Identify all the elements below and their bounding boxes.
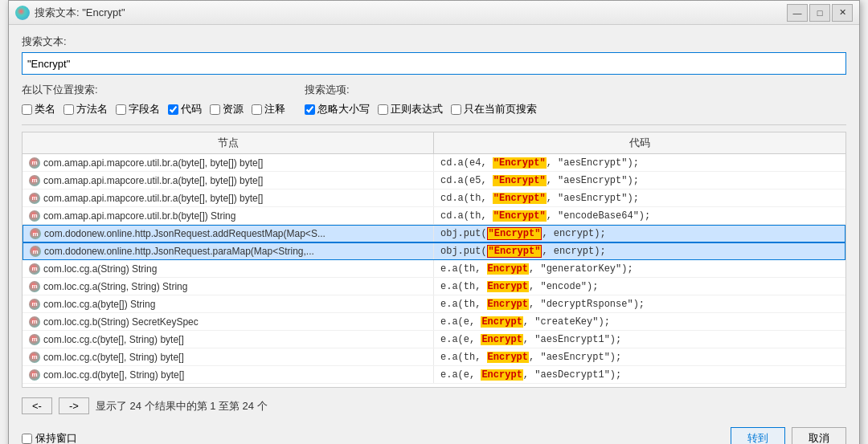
highlight-text: "Encrypt" [493,175,547,186]
highlight-text: Encrypt [487,352,529,363]
code-cell: cd.a(e5, "Encrypt", "aesEncrypt"); [434,172,845,189]
checkbox-comment[interactable]: 注释 [252,102,285,116]
node-icon: m [29,157,40,169]
checkbox-regex-input[interactable] [378,104,388,115]
node-icon: m [30,228,41,239]
table-row[interactable]: m com.loc.cg.b(String) SecretKeySpec e.a… [23,313,845,331]
navigation-row: <- -> 显示了 24 个结果中的第 1 至第 24 个 [22,394,846,418]
node-icon: m [30,246,41,257]
search-in-label: 在以下位置搜索: [22,83,285,97]
node-cell: m com.amap.api.mapcore.util.br.a(byte[],… [23,172,434,189]
goto-button[interactable]: 转到 [731,427,785,444]
highlight-text: Encrypt [481,316,522,328]
node-icon: m [29,263,40,275]
code-cell: e.a(th, Encrypt, "aesEncrypt"); [434,348,845,365]
code-cell: cd.a(th, "Encrypt", "aesEncrypt"); [434,189,845,206]
node-icon: m [29,193,40,204]
window-title: 搜索文本: "Encrypt" [35,6,787,20]
keep-window-checkbox[interactable]: 保持窗口 [22,431,77,444]
node-cell: m com.loc.cg.c(byte[], String) byte[] [23,331,434,348]
search-in-checkboxes: 类名 方法名 字段名 代码 [22,102,285,116]
col-code-header: 代码 [434,132,845,153]
checkbox-code-label: 代码 [181,102,202,116]
minimize-button[interactable]: — [787,4,808,22]
checkbox-ignore-case-input[interactable] [305,104,315,115]
table-row[interactable]: m com.loc.cg.a(String) String e.a(th, En… [23,260,845,278]
node-cell: m com.amap.api.mapcore.util.br.a(byte[],… [23,189,434,206]
node-icon: m [29,281,40,292]
search-input[interactable] [22,52,846,75]
search-options-checkboxes: 忽略大小写 正则表达式 只在当前页搜索 [305,102,537,116]
checkbox-code-input[interactable] [168,104,178,115]
table-row[interactable]: m com.loc.cg.c(byte[], String) byte[] e.… [23,348,845,366]
node-icon: m [29,369,40,381]
maximize-button[interactable]: □ [809,4,830,22]
highlight-text: "Encrypt" [493,157,547,169]
prev-button[interactable]: <- [22,397,52,414]
checkbox-classname-input[interactable] [22,104,32,115]
checkbox-regex[interactable]: 正则表达式 [378,102,443,116]
checkbox-comment-input[interactable] [252,104,262,115]
node-icon: m [29,210,40,222]
table-row[interactable]: m com.amap.api.mapcore.util.br.a(byte[],… [23,189,845,207]
node-icon: m [29,316,40,328]
checkbox-methodname-input[interactable] [63,104,74,115]
code-cell: e.a(th, Encrypt, "encode"); [434,278,845,295]
highlight-text: Encrypt [487,299,529,310]
checkbox-fieldname-input[interactable] [116,104,126,115]
node-cell: m com.loc.cg.a(byte[]) String [23,295,434,312]
node-icon: m [29,352,40,363]
checkbox-resource[interactable]: 资源 [210,102,244,116]
checkbox-code[interactable]: 代码 [168,102,202,116]
close-button[interactable]: ✕ [832,4,853,22]
col-node-header: 节点 [23,132,434,153]
checkbox-resource-label: 资源 [223,102,244,116]
node-icon: m [29,334,40,345]
table-row[interactable]: m com.loc.cg.c(byte[], String) byte[] e.… [23,331,845,348]
keep-window-label: 保持窗口 [35,431,77,444]
highlight-text: Encrypt [487,281,529,292]
table-row[interactable]: m com.amap.api.mapcore.util.br.a(byte[],… [23,172,845,189]
search-window: 搜索文本: "Encrypt" — □ ✕ 搜索文本: 在以下位置搜索: 类名 [8,0,860,444]
code-cell: e.a(e, Encrypt, "createKey"); [434,313,845,330]
node-icon: m [29,299,40,310]
checkbox-current-page-input[interactable] [451,104,461,115]
table-row[interactable]: m com.dodonew.online.http.JsonRequest.pa… [23,242,845,260]
keep-window-input[interactable] [22,434,32,444]
code-cell: e.a(th, Encrypt, "generatorKey"); [434,260,845,277]
table-row[interactable]: m com.loc.cg.a(String, String) String e.… [23,278,845,295]
code-cell: e.a(th, Encrypt, "decryptRsponse"); [434,295,845,312]
node-cell: m com.amap.api.mapcore.util.br.b(byte[])… [23,207,434,224]
divider [22,124,846,125]
checkbox-classname[interactable]: 类名 [22,102,55,116]
cancel-button[interactable]: 取消 [792,427,846,444]
table-row[interactable]: m com.amap.api.mapcore.util.br.b(byte[])… [23,207,845,225]
results-container: 节点 代码 m com.amap.api.mapcore.util.br.a(b… [22,132,846,388]
checkbox-fieldname[interactable]: 字段名 [116,102,160,116]
table-row[interactable]: m com.dodonew.online.http.JsonRequest.ad… [23,225,845,242]
highlight-text: "Encrypt" [487,227,542,240]
code-cell: e.a(e, Encrypt, "aesDecrypt1"); [434,366,845,383]
search-options-group: 搜索选项: 忽略大小写 正则表达式 只在当前页搜索 [305,83,537,116]
table-row[interactable]: m com.loc.cg.d(byte[], String) byte[] e.… [23,366,845,384]
checkbox-ignore-case[interactable]: 忽略大小写 [305,102,370,116]
checkbox-methodname[interactable]: 方法名 [63,102,108,116]
node-cell: m com.loc.cg.c(byte[], String) byte[] [23,348,434,365]
highlight-text: "Encrypt" [493,193,547,204]
results-body[interactable]: m com.amap.api.mapcore.util.br.a(byte[],… [23,154,845,387]
app-icon [15,6,30,20]
next-button[interactable]: -> [59,397,89,414]
table-row[interactable]: m com.loc.cg.a(byte[]) String e.a(th, En… [23,295,845,313]
highlight-text: "Encrypt" [487,245,542,258]
table-row[interactable]: m com.amap.api.mapcore.util.br.a(byte[],… [23,154,845,172]
checkbox-classname-label: 类名 [35,102,55,116]
search-in-group: 在以下位置搜索: 类名 方法名 字段名 [22,83,285,116]
checkbox-fieldname-label: 字段名 [129,102,160,116]
checkbox-resource-input[interactable] [210,104,220,115]
node-icon: m [29,175,40,186]
checkbox-current-page[interactable]: 只在当前页搜索 [451,102,537,116]
node-cell: m com.loc.cg.d(byte[], String) byte[] [23,366,434,383]
checkbox-regex-label: 正则表达式 [391,102,443,116]
options-row: 在以下位置搜索: 类名 方法名 字段名 [22,83,846,116]
checkbox-ignore-case-label: 忽略大小写 [317,102,370,116]
